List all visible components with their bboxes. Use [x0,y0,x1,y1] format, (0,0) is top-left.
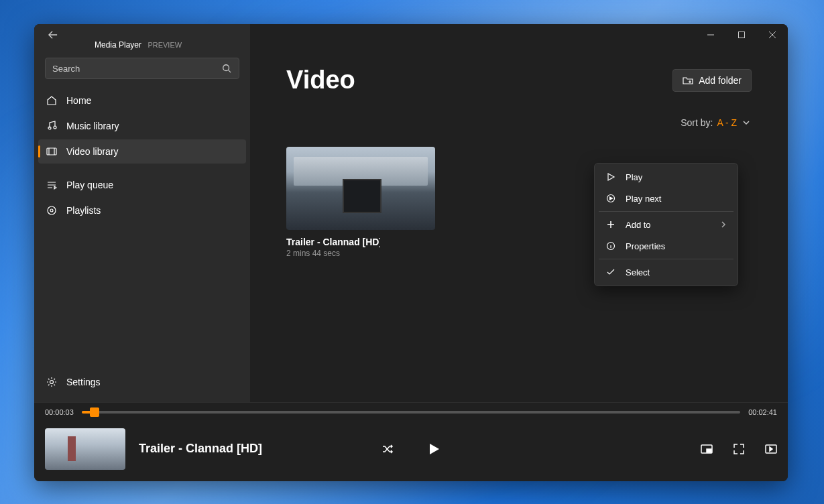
separator [599,211,733,212]
compact-overlay-button[interactable] [765,443,777,455]
ctx-label: Properties [626,241,665,251]
video-icon [46,146,57,157]
queue-icon [46,180,57,190]
now-playing-thumb[interactable] [45,428,125,470]
app-title: Media Player PREVIEW [95,40,182,50]
video-card[interactable]: Trailer - Clannad [HD] 2 mins 44 secs [286,147,435,258]
minimize-button[interactable] [695,24,726,46]
sort-value: A - Z [717,117,737,128]
video-thumbnail[interactable] [286,147,435,230]
sidebar-item-queue[interactable]: Play queue [38,173,246,197]
play-icon [605,172,616,182]
sidebar-item-label: Settings [66,377,101,387]
mini-player-button[interactable] [701,443,713,455]
chevron-right-icon [720,221,727,228]
fullscreen-button[interactable] [733,443,745,455]
search-input[interactable] [52,64,221,74]
chevron-down-icon [741,117,752,128]
sidebar-item-label: Play queue [66,180,113,190]
video-title: Trailer - Clannad [HD] [286,237,380,247]
sidebar-item-settings[interactable]: Settings [38,370,246,394]
main-content: Video Add folder Sort by: A - Z Trailer … [250,24,788,402]
sort-label: Sort by: [681,117,713,128]
player-bar: 00:00:03 00:02:41 Trailer - Clannad [HD] [34,402,788,481]
sort-control[interactable]: Sort by: A - Z [286,117,752,128]
add-folder-icon [683,75,693,86]
ctx-play[interactable]: Play [597,166,735,188]
svg-rect-3 [47,148,56,155]
back-button[interactable] [40,24,66,46]
svg-rect-10 [707,449,711,452]
time-elapsed: 00:00:03 [45,408,74,416]
app-badge: PREVIEW [148,41,182,49]
add-folder-button[interactable]: Add folder [672,69,752,92]
separator [599,259,733,259]
play-next-icon [605,193,616,204]
maximize-button[interactable] [726,24,757,46]
sidebar-item-label: Playlists [66,205,101,216]
titlebar: Media Player PREVIEW [34,24,788,46]
ctx-properties[interactable]: Properties [597,235,735,257]
progress-slider[interactable] [82,411,740,414]
ctx-add-to[interactable]: Add to [597,214,735,235]
svg-point-4 [48,206,56,214]
progress-thumb[interactable] [90,407,99,417]
sidebar-item-video[interactable]: Video library [38,139,246,164]
sidebar-item-home[interactable]: Home [38,88,246,113]
sidebar-item-label: Home [66,95,91,106]
sidebar-item-label: Music library [66,121,119,131]
info-icon [605,241,616,251]
play-button[interactable] [427,442,440,456]
svg-point-5 [50,209,53,212]
ctx-play-next[interactable]: Play next [597,188,735,209]
nav: Home Music library Video library Play qu… [34,86,250,225]
window-controls [695,24,788,46]
page-title: Video [286,66,355,94]
plus-icon [605,219,616,230]
ctx-select[interactable]: Select [597,261,735,283]
svg-point-6 [50,381,54,384]
app-window: Media Player PREVIEW [34,24,788,481]
video-duration: 2 mins 44 secs [286,249,435,258]
close-button[interactable] [757,24,788,46]
select-icon [605,267,616,277]
home-icon [46,95,57,106]
gear-icon [46,377,57,387]
playlist-icon [46,205,57,216]
sidebar: Home Music library Video library Play qu… [34,24,250,402]
time-total: 00:02:41 [748,408,777,416]
shuffle-button[interactable] [381,443,394,455]
ctx-label: Play next [626,194,661,204]
sidebar-item-playlists[interactable]: Playlists [38,198,246,223]
svg-point-1 [223,65,229,71]
music-icon [46,121,57,131]
sidebar-item-music[interactable]: Music library [38,114,246,138]
sidebar-item-label: Video library [66,146,119,157]
ctx-label: Play [626,172,642,182]
search-icon [221,63,232,74]
ctx-label: Add to [626,220,651,230]
now-playing-title: Trailer - Clannad [HD] [139,442,262,456]
svg-rect-0 [739,32,745,38]
search-box[interactable] [45,58,239,79]
context-menu: Play Play next Add to Properties [594,163,738,286]
add-folder-label: Add folder [699,75,742,86]
app-name: Media Player [95,40,141,50]
ctx-label: Select [626,267,650,277]
